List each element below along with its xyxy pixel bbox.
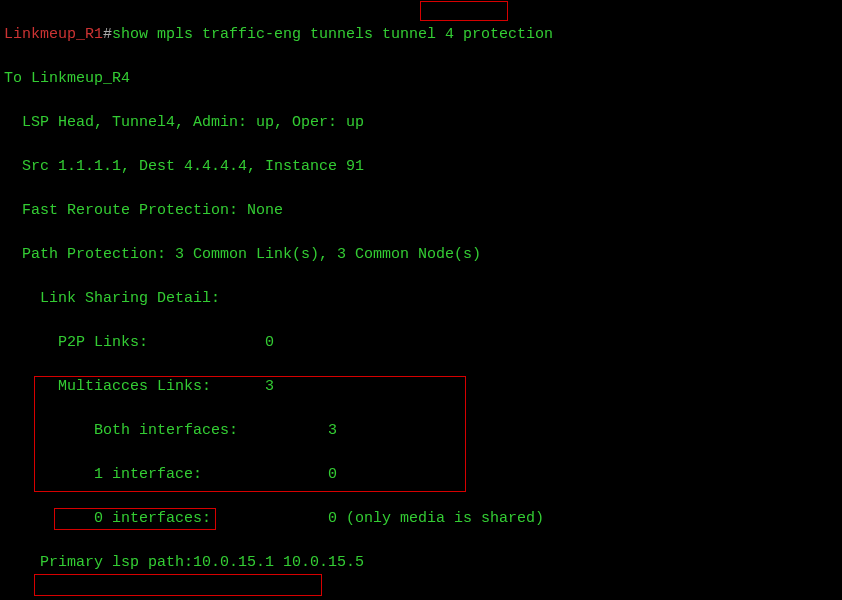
- highlight-box-outlabel: [34, 574, 322, 596]
- highlight-box-tunnel-arg: [420, 1, 508, 21]
- both-interfaces-line: Both interfaces: 3: [4, 420, 838, 442]
- zero-interfaces-line: 0 interfaces: 0 (only media is shared): [4, 508, 838, 530]
- src-dest-line: Src 1.1.1.1, Dest 4.4.4.4, Instance 91: [4, 156, 838, 178]
- link-sharing-line: Link Sharing Detail:: [4, 288, 838, 310]
- frr-line: Fast Reroute Protection: None: [4, 200, 838, 222]
- prompt-line[interactable]: Linkmeup_R1#show mpls traffic-eng tunnel…: [4, 24, 838, 46]
- to-line: To Linkmeup_R4: [4, 68, 838, 90]
- primary-lsp-hop: 10.0.25.5 10.0.25.2: [4, 596, 838, 600]
- path-protection-line: Path Protection: 3 Common Link(s), 3 Com…: [4, 244, 838, 266]
- command-pre: show mpls traffic-eng tunnels: [112, 26, 382, 43]
- command-tunnel-arg: tunnel 4: [382, 26, 454, 43]
- terminal-output: Linkmeup_R1#show mpls traffic-eng tunnel…: [0, 0, 842, 600]
- multiaccess-links-line: Multiacces Links: 3: [4, 376, 838, 398]
- hostname: Linkmeup_R1: [4, 26, 103, 43]
- one-interface-line: 1 interface: 0: [4, 464, 838, 486]
- primary-lsp-head: Primary lsp path:10.0.15.1 10.0.15.5: [4, 552, 838, 574]
- prompt-separator: #: [103, 26, 112, 43]
- lsp-head-line: LSP Head, Tunnel4, Admin: up, Oper: up: [4, 112, 838, 134]
- p2p-links-line: P2P Links: 0: [4, 332, 838, 354]
- command-post: protection: [454, 26, 553, 43]
